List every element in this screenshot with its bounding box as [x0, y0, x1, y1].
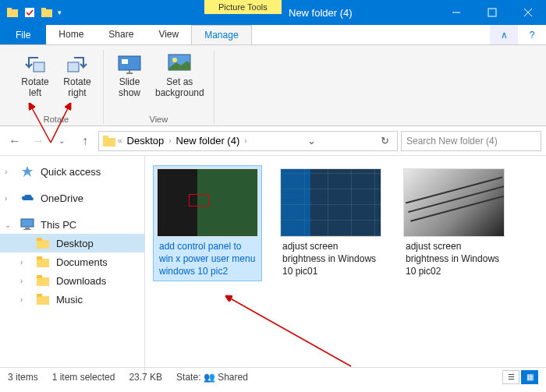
navigation-pane: ›Quick access›OneDrive⌄This PCDesktop›Do…: [0, 156, 145, 376]
ribbon-button-label: Slideshow: [119, 76, 140, 99]
chevron-icon[interactable]: ›: [20, 258, 30, 267]
svg-point-14: [172, 58, 177, 62]
svg-rect-1: [7, 8, 12, 10]
sidebar-item-documents[interactable]: ›Documents: [0, 253, 144, 271]
svg-rect-27: [37, 294, 42, 297]
sidebar-item-label: Music: [56, 294, 83, 305]
search-input[interactable]: Search New folder (4): [401, 131, 541, 151]
onedrive-icon: [20, 191, 34, 205]
svg-rect-20: [37, 240, 49, 249]
state-label: State: 👥 Shared: [176, 372, 248, 383]
ribbon-button-label: Rotateright: [63, 76, 90, 99]
selection-size: 23.7 KB: [129, 372, 162, 383]
recent-dropdown-icon[interactable]: ⌄: [51, 131, 72, 151]
svg-rect-3: [41, 9, 52, 17]
tab-home[interactable]: Home: [46, 25, 96, 44]
address-bar[interactable]: « Desktop›New folder (4)› ⌄ ↻: [98, 131, 398, 151]
file-item[interactable]: add control panel to win x power user me…: [153, 165, 262, 281]
content-area: ›Quick access›OneDrive⌄This PCDesktop›Do…: [0, 156, 546, 376]
ribbon-tabs: File HomeShareViewManage ∧ ?: [0, 25, 546, 45]
svg-rect-12: [122, 59, 128, 64]
folder-icon: [36, 236, 50, 250]
svg-rect-18: [25, 228, 30, 229]
sidebar-item-downloads[interactable]: ›Downloads: [0, 271, 144, 290]
svg-rect-6: [488, 9, 496, 16]
chevron-icon[interactable]: ⌄: [5, 221, 14, 229]
svg-rect-21: [37, 238, 42, 241]
folder-icon: [102, 134, 116, 148]
sidebar-item-onedrive[interactable]: ›OneDrive: [0, 189, 144, 207]
chevron-right-icon[interactable]: ›: [244, 136, 246, 145]
ribbon-group-label: View: [150, 115, 168, 124]
forward-button[interactable]: →: [28, 131, 48, 151]
sidebar-item-label: Downloads: [56, 275, 106, 287]
maximize-button[interactable]: [474, 0, 510, 25]
svg-rect-22: [37, 259, 49, 267]
svg-rect-2: [25, 8, 34, 17]
refresh-button[interactable]: ↻: [376, 135, 394, 147]
help-button[interactable]: ?: [518, 25, 546, 44]
svg-rect-25: [37, 275, 42, 278]
chevron-right-icon[interactable]: ›: [168, 136, 171, 145]
thumbnails-view-button[interactable]: ▦: [521, 370, 538, 384]
svg-rect-0: [7, 9, 18, 17]
svg-rect-10: [68, 62, 79, 72]
ribbon: RotateleftRotaterightRotateSlideshowSet …: [0, 45, 546, 126]
file-item[interactable]: adjust screen brightness in Windows 10 p…: [276, 165, 385, 281]
file-thumbnail: [403, 168, 505, 237]
svg-rect-15: [103, 138, 115, 147]
breadcrumb-segment[interactable]: Desktop: [124, 135, 168, 147]
context-tab-label: Picture Tools: [204, 0, 282, 14]
qat-newfolder-icon[interactable]: [41, 6, 53, 19]
folder-icon: [36, 274, 50, 288]
file-tab[interactable]: File: [0, 25, 46, 44]
navigation-bar: ← → ⌄ ↑ « Desktop›New folder (4)› ⌄ ↻ Se…: [0, 126, 546, 156]
sidebar-item-quick-access[interactable]: ›Quick access: [0, 162, 144, 181]
file-thumbnail: [157, 168, 258, 237]
file-list[interactable]: add control panel to win x power user me…: [145, 156, 546, 376]
pc-icon: [20, 217, 34, 231]
ribbon-button-label: Set asbackground: [155, 76, 204, 99]
file-name: adjust screen brightness in Windows 10 p…: [402, 240, 505, 278]
chevron-icon[interactable]: ›: [5, 194, 14, 203]
back-button[interactable]: ←: [5, 131, 25, 151]
chevron-icon[interactable]: ›: [5, 168, 14, 176]
tab-view[interactable]: View: [146, 25, 191, 44]
set-bg-icon: [165, 51, 193, 76]
set-bg-button[interactable]: Set asbackground: [152, 50, 207, 113]
rotate-right-button[interactable]: Rotateright: [58, 50, 97, 113]
sidebar-item-desktop[interactable]: Desktop: [0, 234, 144, 253]
sidebar-item-label: Quick access: [41, 166, 101, 178]
qat-dropdown-icon[interactable]: ▾: [58, 9, 62, 16]
folder-app-icon: [6, 6, 19, 19]
chevron-icon[interactable]: ›: [20, 295, 30, 304]
qat-properties-icon[interactable]: [23, 6, 36, 19]
up-button[interactable]: ↑: [75, 131, 95, 151]
details-view-button[interactable]: ☰: [502, 370, 519, 384]
tab-manage[interactable]: Manage: [191, 25, 251, 44]
chevron-right-icon[interactable]: «: [118, 136, 122, 145]
svg-rect-17: [21, 219, 34, 227]
sidebar-item-label: This PC: [41, 219, 76, 231]
rotate-left-button[interactable]: Rotateleft: [16, 50, 55, 113]
address-dropdown-icon[interactable]: ⌄: [303, 135, 321, 147]
collapse-ribbon-button[interactable]: ∧: [490, 25, 518, 44]
sidebar-item-label: Documents: [56, 256, 108, 268]
file-item[interactable]: adjust screen brightness in Windows 10 p…: [399, 165, 509, 281]
minimize-button[interactable]: [438, 0, 474, 25]
shared-icon: 👥: [204, 372, 215, 383]
tab-share[interactable]: Share: [96, 25, 146, 44]
chevron-icon[interactable]: ›: [20, 277, 30, 285]
close-button[interactable]: [510, 0, 546, 25]
sidebar-item-label: Desktop: [56, 238, 94, 249]
sidebar-item-music[interactable]: ›Music: [0, 290, 144, 309]
selection-count: 1 item selected: [52, 372, 115, 383]
star-icon: [20, 164, 34, 178]
sidebar-item-this-pc[interactable]: ⌄This PC: [0, 215, 144, 234]
svg-rect-23: [37, 256, 42, 260]
breadcrumb-segment[interactable]: New folder (4): [173, 135, 243, 147]
slideshow-icon: [115, 51, 144, 76]
slideshow-button[interactable]: Slideshow: [110, 50, 149, 113]
file-thumbnail: [280, 168, 381, 237]
sidebar-item-label: OneDrive: [41, 192, 83, 204]
